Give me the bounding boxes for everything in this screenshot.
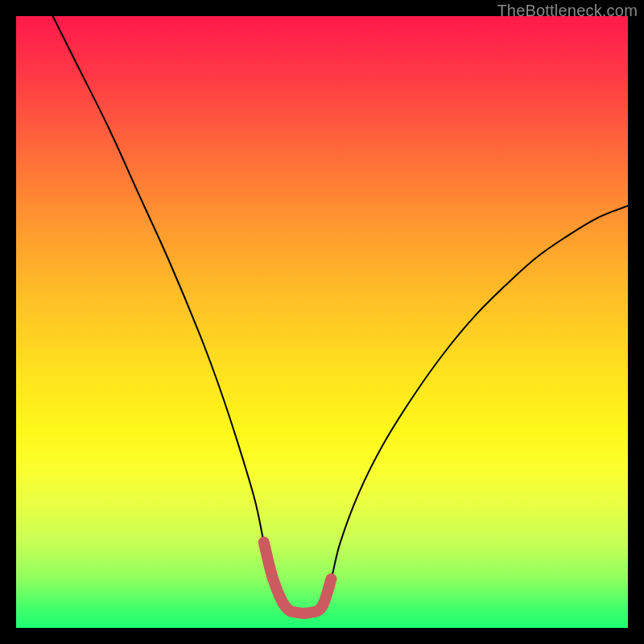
bottleneck-curve-path — [53, 16, 628, 613]
curve-svg — [16, 16, 628, 628]
plot-area — [16, 16, 628, 628]
chart-frame: TheBottleneck.com — [0, 0, 644, 644]
flat-bottom-highlight-path — [264, 543, 332, 613]
